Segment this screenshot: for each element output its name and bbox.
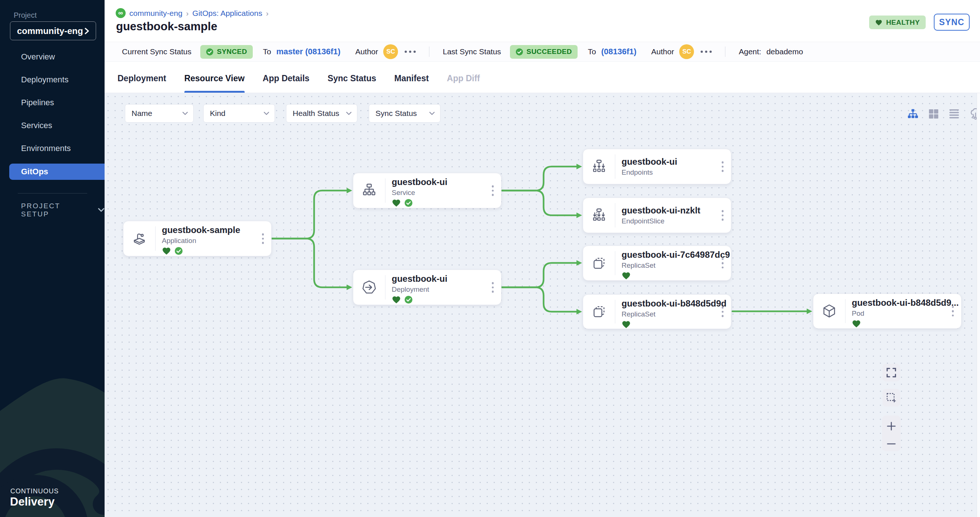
current-sync-more-icon[interactable]: [405, 51, 416, 53]
project-setup-toggle[interactable]: PROJECT SETUP: [21, 202, 105, 218]
tab-deployment[interactable]: Deployment: [118, 73, 166, 93]
author-avatar: SC: [679, 44, 694, 59]
breadcrumb-project-link[interactable]: community-eng: [129, 9, 183, 18]
breadcrumb: ∞ community-eng › GitOps: Applications ›: [116, 8, 269, 18]
current-sync-status-label: Current Sync Status: [122, 47, 191, 56]
last-sync-status-label: Last Sync Status: [443, 47, 501, 56]
zoom-out-button[interactable]: [886, 442, 897, 446]
node-status: [622, 320, 727, 329]
sidebar-item-pipelines[interactable]: Pipelines: [0, 95, 105, 111]
sidebar-item-services[interactable]: Services: [0, 117, 105, 134]
node-kind: ReplicaSet: [622, 310, 727, 319]
active-tab-underline: [185, 91, 245, 93]
node-more-options-icon[interactable]: [950, 304, 956, 318]
node-body: guestbook-ui-b848d5d9d ReplicaSet: [615, 295, 727, 329]
list-view-icon[interactable]: [948, 109, 960, 119]
node-body: guestbook-ui-b848d5d9... Pod: [845, 294, 959, 328]
resource-graph-canvas[interactable]: Name Kind Health Status Sync Status: [105, 93, 980, 517]
node-application-guestbook-sample[interactable]: guestbook-sample Application: [123, 221, 272, 256]
tab-bar: Deployment Resource View App Details Syn…: [105, 62, 980, 93]
node-status: [622, 271, 730, 280]
filter-sync-status[interactable]: Sync Status: [369, 104, 441, 123]
sync-button[interactable]: SYNC: [934, 14, 970, 31]
node-title: guestbook-ui-nzklt: [622, 205, 700, 216]
node-more-options-icon[interactable]: [720, 256, 725, 270]
service-icon: [353, 173, 385, 208]
node-status: [392, 295, 447, 304]
zoom-in-button[interactable]: [886, 420, 897, 432]
chevron-down-icon: [429, 111, 435, 115]
breadcrumb-separator: ›: [186, 9, 189, 18]
node-endpointslice-guestbook-ui-nzklt[interactable]: guestbook-ui-nzklt EndpointSlice: [583, 198, 731, 233]
author-avatar: SC: [383, 44, 398, 59]
fit-to-screen-button[interactable]: [883, 364, 900, 381]
node-kind: Service: [392, 188, 447, 197]
node-more-options-icon[interactable]: [490, 184, 496, 198]
node-title: guestbook-ui: [392, 273, 447, 284]
view-mode-toolbar: [907, 108, 980, 120]
healthy-heart-icon: [852, 319, 861, 328]
divider: [429, 46, 430, 57]
author-label: Author: [355, 47, 378, 56]
page-header: ∞ community-eng › GitOps: Applications ›…: [105, 0, 980, 42]
node-service-guestbook-ui[interactable]: guestbook-ui Service: [353, 173, 501, 208]
sidebar-item-overview[interactable]: Overview: [0, 49, 105, 65]
health-status-badge: HEALTHY: [869, 16, 926, 29]
author-label: Author: [651, 47, 674, 56]
node-title: guestbook-sample: [162, 225, 240, 236]
heart-icon: [875, 19, 883, 26]
filter-health-status[interactable]: Health Status: [286, 104, 357, 123]
node-pod-guestbook-ui-b848d5d9[interactable]: guestbook-ui-b848d5d9... Pod: [813, 293, 961, 329]
app-window: Project community-eng Overview Deploymen…: [0, 0, 980, 517]
node-more-options-icon[interactable]: [261, 232, 266, 246]
node-kind: Endpoints: [622, 168, 677, 177]
grid-view-icon[interactable]: [928, 109, 939, 119]
deployment-icon: [353, 270, 385, 304]
filter-name[interactable]: Name: [125, 104, 194, 123]
vertical-scrollbar[interactable]: [977, 93, 980, 517]
filter-kind[interactable]: Kind: [203, 104, 275, 123]
last-commit-link[interactable]: (08136f1): [601, 47, 636, 57]
healthy-heart-icon: [392, 295, 401, 304]
node-kind: Deployment: [392, 285, 447, 294]
node-deployment-guestbook-ui[interactable]: guestbook-ui Deployment: [353, 270, 501, 305]
node-endpoints-guestbook-ui[interactable]: guestbook-ui Endpoints: [583, 149, 731, 184]
sidebar-item-gitops[interactable]: GitOps: [9, 163, 105, 180]
last-sync-more-icon[interactable]: [701, 51, 712, 53]
node-title: guestbook-ui: [392, 176, 447, 187]
breadcrumb-applications-link[interactable]: GitOps: Applications: [192, 9, 262, 18]
node-kind: Pod: [852, 309, 959, 318]
node-body: guestbook-ui Service: [385, 173, 447, 208]
node-replicaset-guestbook-ui-7c64987dc9[interactable]: guestbook-ui-7c64987dc9 ReplicaSet: [583, 246, 731, 281]
chevron-down-icon: [346, 111, 352, 115]
gitops-icon: ∞: [116, 8, 126, 18]
sidebar-divider: [18, 193, 87, 193]
node-body: guestbook-ui-7c64987dc9 ReplicaSet: [615, 246, 730, 280]
sidebar-item-deployments[interactable]: Deployments: [0, 71, 105, 88]
minus-icon: [886, 442, 897, 446]
replicaset-icon: [583, 295, 615, 329]
tab-app-details[interactable]: App Details: [263, 73, 310, 93]
node-more-options-icon[interactable]: [720, 160, 725, 174]
sidebar-item-environments[interactable]: Environments: [0, 140, 105, 157]
tab-manifest[interactable]: Manifest: [394, 73, 429, 93]
replicaset-icon: [583, 246, 615, 280]
node-more-options-icon[interactable]: [720, 305, 725, 319]
healthy-heart-icon: [392, 199, 401, 207]
current-commit-link[interactable]: master (08136f1): [277, 47, 341, 57]
marquee-select-button[interactable]: [883, 389, 900, 407]
project-selector[interactable]: community-eng: [10, 21, 96, 40]
sidebar: Project community-eng Overview Deploymen…: [0, 0, 105, 517]
tab-resource-view[interactable]: Resource View: [185, 73, 245, 93]
node-status: [392, 199, 447, 207]
node-body: guestbook-ui Deployment: [385, 270, 447, 304]
node-more-options-icon[interactable]: [720, 209, 725, 222]
node-more-options-icon[interactable]: [490, 281, 496, 294]
node-replicaset-guestbook-ui-b848d5d9d[interactable]: guestbook-ui-b848d5d9d ReplicaSet: [583, 294, 731, 329]
tree-view-icon[interactable]: [907, 109, 919, 119]
pod-icon: [813, 294, 845, 328]
node-body: guestbook-ui Endpoints: [615, 149, 677, 184]
tab-sync-status[interactable]: Sync Status: [328, 73, 376, 93]
node-title: guestbook-ui: [622, 156, 677, 167]
page-title: guestbook-sample: [116, 20, 217, 33]
